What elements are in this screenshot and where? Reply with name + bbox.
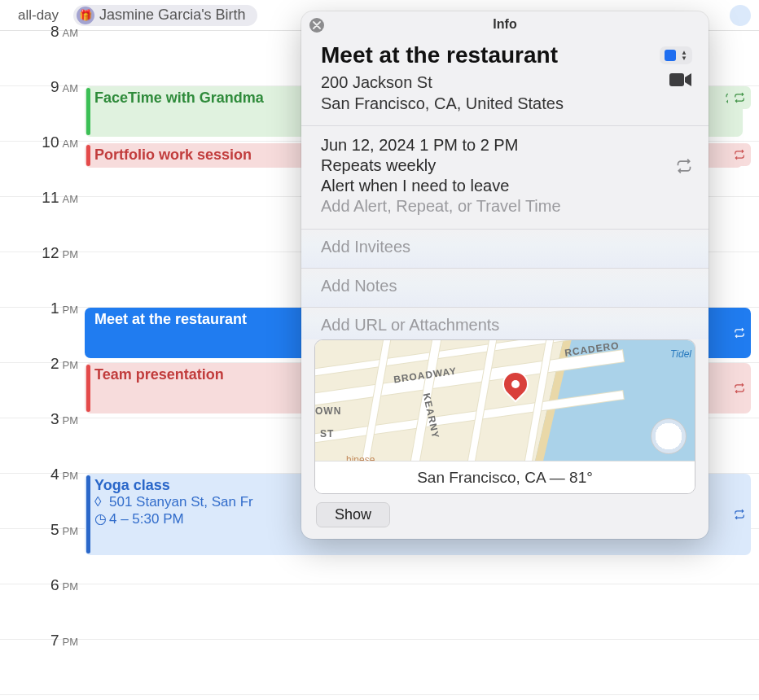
close-button[interactable] [309, 18, 324, 33]
add-invitees-placeholder[interactable]: Add Invitees [321, 238, 692, 256]
event-stub[interactable] [728, 308, 751, 358]
event-color-bar [86, 365, 90, 412]
map-weather-footer: San Francisco, CA — 81° [315, 461, 695, 493]
event-title: Yoga class [94, 477, 170, 493]
hour-label: 9AM [0, 78, 78, 96]
hour-label: 11AM [0, 189, 78, 207]
hour-label: 5PM [0, 521, 78, 539]
add-alert-placeholder[interactable]: Add Alert, Repeat, or Travel Time [321, 197, 692, 216]
event-info-popover: Info Meet at the restaurant ▲▼ 200 Jacks… [301, 11, 709, 539]
event-color-bar [86, 475, 90, 553]
event-stub[interactable] [728, 363, 751, 413]
chevron-updown-icon: ▲▼ [681, 50, 687, 61]
date-time-field[interactable]: Jun 12, 2024 1 PM to 2 PM [321, 136, 692, 155]
video-call-icon[interactable] [669, 72, 692, 88]
event-title-field[interactable]: Meet at the restaurant [321, 42, 558, 68]
hour-label: 2PM [0, 355, 78, 373]
event-color-bar [86, 88, 90, 135]
event-location-field[interactable]: 200 Jackson St San Francisco, CA, United… [321, 72, 564, 114]
event-stub[interactable] [728, 86, 751, 109]
map-label: ST [320, 428, 334, 440]
event-stub[interactable] [728, 143, 751, 166]
section-notes: Add Notes [301, 268, 709, 307]
section-invitees: Add Invitees [301, 229, 709, 268]
event-stub[interactable] [728, 474, 751, 555]
event-title: Team presentation [94, 366, 224, 383]
map-label: OWN [315, 405, 341, 417]
event-title: Portfolio work session [94, 147, 252, 163]
hour-label: 1PM [0, 300, 78, 317]
map-canvas: BROADWAY RCADERO KEARNY OWN ST hinese Ti… [315, 340, 695, 461]
section-title: Meet at the restaurant ▲▼ 200 Jackson St… [301, 37, 709, 125]
show-button[interactable]: Show [316, 502, 390, 527]
hour-label: 4PM [0, 466, 78, 483]
hour-label: 3PM [0, 410, 78, 428]
map-label: hinese [346, 454, 375, 461]
popover-titlebar: Info [301, 11, 709, 37]
hour-label: 8AM [0, 23, 78, 41]
event-color-bar [86, 145, 90, 166]
birthday-chip-label: Jasmine Garcia's Birth [99, 7, 246, 24]
location-icon: ◊ [94, 494, 106, 510]
alert-field[interactable]: Alert when I need to leave [321, 177, 692, 195]
gift-icon: 🎁 [77, 7, 94, 24]
hour-label: 10AM [0, 133, 78, 151]
address-line-2: San Francisco, CA, United States [321, 94, 564, 112]
popover-title: Info [493, 17, 516, 32]
hour-label: 6PM [0, 576, 78, 594]
all-day-label: all-day [18, 7, 59, 24]
clock-icon: ◷ [94, 510, 106, 527]
address-line-1: 200 Jackson St [321, 73, 432, 91]
birthday-chip[interactable]: 🎁 Jasmine Garcia's Birth [73, 5, 257, 26]
calendar-color-menu[interactable]: ▲▼ [660, 46, 692, 64]
color-swatch [665, 50, 676, 61]
event-title: FaceTime with Grandma [94, 90, 264, 106]
event-title: Meet at the restaurant [94, 311, 247, 327]
hour-label: 12PM [0, 244, 78, 262]
repeat-field[interactable]: Repeats weekly [321, 156, 436, 175]
add-notes-placeholder[interactable]: Add Notes [321, 277, 692, 295]
section-datetime: Jun 12, 2024 1 PM to 2 PM Repeats weekly… [301, 125, 709, 229]
repeat-icon [676, 158, 692, 174]
add-url-placeholder[interactable]: Add URL or Attachments [321, 316, 692, 335]
svg-rect-0 [669, 73, 684, 86]
map-label: Tidel [670, 348, 691, 360]
birthday-chip-right[interactable] [730, 5, 751, 26]
map-compass-icon[interactable] [651, 418, 687, 454]
map-preview[interactable]: BROADWAY RCADERO KEARNY OWN ST hinese Ti… [314, 339, 695, 494]
section-url: Add URL or Attachments [301, 307, 709, 339]
hour-label: 7PM [0, 632, 78, 650]
